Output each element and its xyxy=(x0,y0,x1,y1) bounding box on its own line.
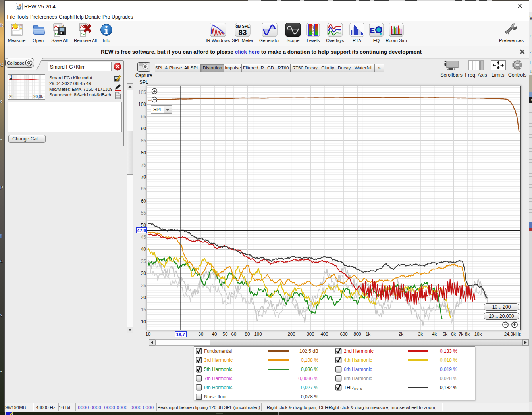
svg-text:E: E xyxy=(370,26,375,35)
svg-text:3: 3 xyxy=(312,27,314,30)
svg-text:0: 0 xyxy=(312,24,314,27)
svg-text:6: 6 xyxy=(312,30,314,33)
svg-text:83: 83 xyxy=(238,28,247,37)
svg-text:9: 9 xyxy=(312,33,314,35)
